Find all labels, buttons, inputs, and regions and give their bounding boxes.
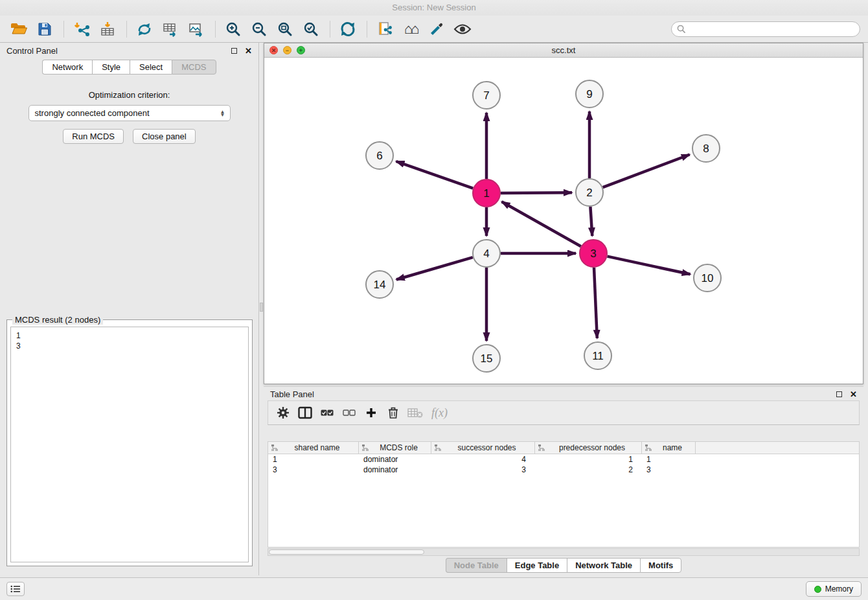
search-field[interactable] [671,21,860,37]
table-row[interactable]: 1dominator411 [268,454,859,465]
dropdown-stepper-icon: ▲▼ [218,110,227,117]
table-cell[interactable]: 1 [268,455,359,464]
save-icon [37,21,52,37]
graph-node-9[interactable]: 9 [576,80,603,108]
network-canvas[interactable]: 7968124314101511 [264,58,863,384]
float-panel-icon[interactable] [231,48,237,54]
graph-edge-2-8[interactable] [603,155,690,188]
table-horizontal-scrollbar[interactable] [268,548,860,556]
graph-edge-1-6[interactable] [396,161,474,189]
column-sort-icon [271,444,279,452]
table-cell[interactable]: 3 [268,465,359,474]
task-history-button[interactable] [6,582,25,596]
filter-button[interactable] [426,18,448,40]
gear-icon [277,406,290,419]
window-minimize-icon[interactable]: − [283,46,291,54]
table-cell[interactable]: 3 [431,465,535,474]
graph-node-6[interactable]: 6 [366,142,393,169]
scrollbar-thumb[interactable] [269,549,424,555]
table-cell[interactable]: 4 [431,455,535,464]
deselect-all-button[interactable] [339,403,359,422]
table-cell[interactable]: 3 [642,465,696,474]
graph-node-11[interactable]: 11 [584,342,611,369]
window-close-icon[interactable]: ✕ [269,46,278,54]
delete-column-button[interactable] [383,403,403,422]
close-panel-button[interactable]: Close panel [133,129,196,144]
graph-node-8[interactable]: 8 [692,135,720,162]
graph-node-2[interactable]: 2 [576,179,603,206]
eye-button[interactable] [451,18,474,40]
show-column-button[interactable] [295,403,315,422]
table-row[interactable]: 3dominator323 [268,465,859,475]
panel-divider-handle[interactable] [260,303,263,312]
tab-network[interactable]: Network [42,60,92,75]
graph-node-1[interactable]: 1 [473,179,500,207]
delete-table-button[interactable] [405,403,425,422]
tab-select[interactable]: Select [130,60,172,75]
zoom-selected-button[interactable] [300,18,322,40]
criterion-dropdown[interactable]: strongly connected component ▲▼ [29,105,231,121]
table-cell[interactable]: dominator [359,465,431,474]
table-cell[interactable]: 1 [535,455,642,464]
delete-table-icon [407,407,423,419]
graph-edge-3-11[interactable] [594,268,597,338]
tab-edge-table[interactable]: Edge Table [507,558,567,573]
column-header-shared-name[interactable]: shared name [268,442,359,454]
graph-node-15[interactable]: 15 [473,345,500,372]
memory-button[interactable]: Memory [806,581,862,597]
column-header-successor-nodes[interactable]: successor nodes [431,442,535,454]
add-column-button[interactable] [361,403,381,422]
table-settings-button[interactable] [273,403,293,422]
tab-network-table[interactable]: Network Table [567,558,640,573]
zoom-fit-button[interactable] [274,18,296,40]
graph-edge-1-2[interactable] [501,192,572,193]
graph-edge-3-1[interactable] [502,202,581,246]
table-cell[interactable]: dominator [359,455,431,464]
import-table-button[interactable] [97,18,119,40]
tab-style[interactable]: Style [92,60,130,75]
graph-node-10[interactable]: 10 [694,264,721,292]
function-builder-button[interactable]: f(x) [431,406,448,420]
zoom-in-button[interactable] [222,18,244,40]
toolbar-separator [126,21,127,38]
tab-motifs[interactable]: Motifs [640,558,681,573]
network-canvas-container[interactable]: 7968124314101511 [264,58,863,384]
graph-node-7[interactable]: 7 [473,82,500,109]
node-table: shared name MCDS role successor nodes pr… [268,441,860,548]
run-mcds-button[interactable]: Run MCDS [63,129,124,144]
graph-node-14[interactable]: 14 [366,271,393,298]
tab-mcds[interactable]: MCDS [172,60,216,75]
search-input[interactable] [689,24,854,34]
export-network-button[interactable] [374,18,396,40]
zoom-out-button[interactable] [248,18,270,40]
mcds-result-list[interactable]: 1 3 [10,327,249,562]
graph-node-4[interactable]: 4 [473,240,500,267]
column-header-name[interactable]: name [642,442,696,454]
close-table-panel-icon[interactable]: ✕ [850,390,857,398]
refresh-button[interactable] [337,18,359,40]
network-arrows-button[interactable] [133,18,155,40]
control-panel: Control Panel ✕ Network Style Select MCD… [0,43,259,575]
export-image-button[interactable] [185,18,207,40]
graph-edge-4-14[interactable] [396,257,473,279]
window-zoom-icon[interactable]: + [297,46,305,54]
tab-node-table[interactable]: Node Table [446,558,507,573]
select-all-button[interactable] [317,403,337,422]
save-session-button[interactable] [34,18,56,40]
zoom-out-icon [251,21,267,37]
network-window-titlebar[interactable]: ✕ − + scc.txt [264,43,863,58]
import-network-button[interactable] [71,18,93,40]
zoom-fit-icon [277,21,293,37]
float-table-panel-icon[interactable] [836,391,842,397]
open-file-button[interactable] [8,18,30,40]
graph-node-3[interactable]: 3 [580,240,607,267]
table-cell[interactable]: 2 [535,465,642,474]
table-cell[interactable]: 1 [642,455,696,464]
graph-edge-2-3[interactable] [590,207,592,236]
column-header-mcds-role[interactable]: MCDS role [359,442,431,454]
close-panel-icon[interactable]: ✕ [245,47,252,55]
home-pair-button[interactable]: ⌂⌂ [400,18,422,40]
graph-edge-3-10[interactable] [608,257,691,275]
column-header-predecessor-nodes[interactable]: predecessor nodes [535,442,642,454]
export-table-button[interactable] [159,18,181,40]
